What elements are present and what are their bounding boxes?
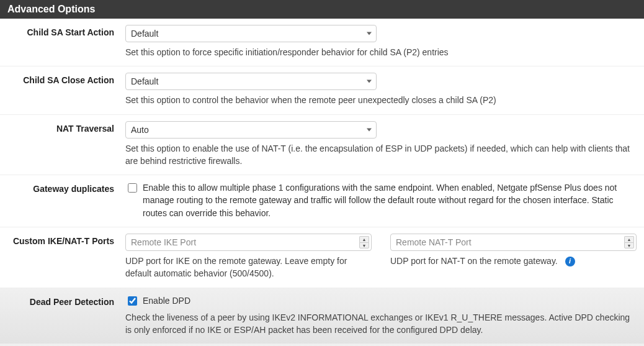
- select-nat-traversal-input[interactable]: Auto: [125, 121, 377, 139]
- select-child-sa-close[interactable]: Default: [125, 73, 377, 90]
- row-nat-traversal: NAT Traversal Auto Set this option to en…: [0, 115, 644, 176]
- label-gateway-duplicates: Gateway duplicates: [7, 181, 125, 194]
- panel-title: Advanced Options: [7, 4, 95, 14]
- row-child-sa-start: Child SA Start Action Default Set this o…: [0, 19, 644, 66]
- stepper-down-icon[interactable]: ▼: [624, 242, 634, 248]
- select-child-sa-start[interactable]: Default: [125, 25, 377, 42]
- stepper-remote-natt-port[interactable]: ▲ ▼: [624, 235, 634, 250]
- label-nat-traversal: NAT Traversal: [7, 121, 125, 134]
- stepper-up-icon[interactable]: ▲: [624, 236, 634, 242]
- input-remote-natt-port[interactable]: [390, 234, 637, 251]
- stepper-remote-ike-port[interactable]: ▲ ▼: [359, 235, 369, 250]
- label-dpd: Dead Peer Detection: [7, 294, 125, 307]
- stepper-up-icon[interactable]: ▲: [359, 236, 369, 242]
- select-child-sa-start-input[interactable]: Default: [125, 25, 377, 42]
- label-custom-ports: Custom IKE/NAT-T Ports: [7, 234, 125, 246]
- info-icon[interactable]: i: [565, 257, 575, 266]
- label-child-sa-close: Child SA Close Action: [7, 73, 125, 85]
- help-remote-natt-port: UDP port for NAT-T on the remote gateway…: [390, 255, 637, 267]
- checkbox-enable-dpd[interactable]: [128, 296, 137, 306]
- help-dpd: Check the liveness of a peer by using IK…: [125, 311, 637, 337]
- input-remote-ike-port[interactable]: [125, 234, 372, 251]
- row-dpd: Dead Peer Detection Enable DPD Check the…: [0, 288, 644, 345]
- help-child-sa-close: Set this option to control the behavior …: [125, 94, 637, 106]
- label-child-sa-start: Child SA Start Action: [7, 25, 125, 37]
- checkbox-gateway-duplicates[interactable]: [128, 183, 137, 193]
- help-child-sa-start: Set this option to force specific initia…: [125, 46, 637, 58]
- checkbox-text-gateway-duplicates: Enable this to allow multiple phase 1 co…: [143, 181, 637, 219]
- checkbox-text-dpd: Enable DPD: [143, 294, 637, 307]
- help-nat-traversal: Set this option to enable the use of NAT…: [125, 142, 637, 168]
- row-custom-ports: Custom IKE/NAT-T Ports ▲ ▼ UDP port for …: [0, 227, 644, 288]
- help-remote-ike-port: UDP port for IKE on the remote gateway. …: [125, 255, 372, 280]
- row-child-sa-close: Child SA Close Action Default Set this o…: [0, 66, 644, 114]
- select-child-sa-close-input[interactable]: Default: [125, 73, 377, 90]
- stepper-down-icon[interactable]: ▼: [359, 242, 369, 248]
- select-nat-traversal[interactable]: Auto: [125, 121, 377, 139]
- panel-header: Advanced Options: [0, 0, 644, 19]
- row-gateway-duplicates: Gateway duplicates Enable this to allow …: [0, 175, 644, 227]
